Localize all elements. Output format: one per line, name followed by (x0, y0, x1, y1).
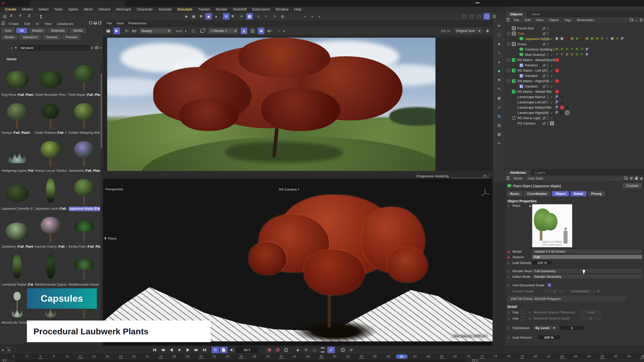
panel-menu-mode[interactable]: Mode (511, 176, 525, 180)
editor-render-dots-icon[interactable] (547, 101, 549, 104)
next-key-icon[interactable] (192, 347, 200, 353)
pixel-grid-icon[interactable] (190, 28, 196, 34)
redshift-material-icon[interactable] (560, 106, 564, 110)
asset-item[interactable]: Hedgehog Agave (Fall... (2, 139, 33, 176)
editor-render-dots-icon[interactable] (547, 53, 549, 57)
object-row[interactable]: −Tree (505, 31, 644, 36)
menu-volume[interactable]: Volume (96, 7, 113, 12)
object-row[interactable]: RS Camera (505, 121, 644, 126)
material-swatch-icon[interactable] (555, 53, 559, 57)
object-row[interactable]: Landscape Left Hill✓ (505, 100, 644, 105)
interactive-render-icon[interactable]: ■ (205, 13, 212, 20)
material-swatch-icon[interactable] (605, 37, 610, 41)
filter-icon[interactable] (630, 177, 633, 180)
asset-item[interactable]: Globe Robinia (Fall, Pl... (35, 101, 67, 138)
lock-z-icon[interactable]: ▪ (316, 13, 323, 20)
camera-label[interactable]: RS Camera ▾ (279, 187, 299, 191)
keyframe-settings-icon[interactable] (282, 347, 290, 353)
leaf-amount-key-icon[interactable]: ◇ (507, 336, 510, 339)
hamburger-icon[interactable] (506, 176, 510, 180)
material-swatch-icon[interactable] (600, 37, 605, 41)
timeline-ruler[interactable]: 2468101214161820222426283032343638404244… (0, 354, 644, 359)
material-swatch-icon[interactable] (575, 37, 580, 41)
attr-tab-coordinates[interactable]: Coordinates (524, 191, 550, 196)
filter-materials[interactable]: Materials (48, 28, 68, 33)
material-swatch-icon[interactable] (560, 47, 565, 52)
render-camera-select[interactable]: < Render >▾ (209, 28, 238, 33)
ab-menu-ai[interactable]: AI (33, 22, 41, 26)
use-min-key-icon[interactable]: ◇ (507, 311, 510, 314)
region-caret-icon[interactable]: ▾ (282, 28, 286, 34)
render-to-picture-viewer-icon[interactable]: ▣ (190, 13, 197, 20)
enabled-check-icon[interactable]: ✓ (550, 48, 553, 52)
tab-attributes[interactable]: Attributes (505, 170, 531, 175)
visibility-toggle-icon[interactable] (543, 122, 546, 125)
tab-objects[interactable]: Objects (505, 11, 527, 17)
sound-icon[interactable]: ) (228, 347, 236, 353)
menu-modes[interactable]: Modes (19, 7, 35, 12)
annotation-flag-icon[interactable] (586, 48, 589, 51)
object-label[interactable]: Random (525, 84, 538, 88)
simulate-icon[interactable]: ≋ (223, 13, 229, 20)
enabled-check-icon[interactable]: ✓ (550, 74, 553, 78)
lock-y-icon[interactable]: ▪ (309, 13, 315, 20)
use-max-key-icon[interactable]: ◇ (507, 317, 510, 320)
annotation-flag-icon[interactable] (555, 95, 559, 99)
document-tab[interactable] (30, 1, 125, 7)
crop-region-icon[interactable] (199, 28, 206, 34)
prev-key-icon[interactable] (159, 347, 167, 353)
back-icon[interactable]: ← (609, 177, 613, 180)
material-swatch-icon[interactable] (595, 37, 600, 41)
axis-x-button[interactable]: X (10, 14, 12, 18)
asset-item[interactable]: Mediterranean Cypres... (35, 253, 67, 290)
sky-object-icon[interactable]: ◍ (495, 112, 503, 120)
generator-tool-icon[interactable]: ◆ (495, 67, 503, 75)
asset-scrollbar[interactable] (101, 63, 102, 337)
lock-icon[interactable] (635, 176, 638, 180)
clear-search-icon[interactable]: ⊗ (91, 46, 94, 50)
object-row[interactable]: −RS Matrix - Right Hill✓ (505, 78, 644, 84)
asset-item[interactable]: Kanzan Cherry (Fall, Pl... (35, 215, 67, 252)
editor-render-dots-icon[interactable] (547, 58, 549, 62)
material-swatch-icon[interactable] (570, 53, 575, 57)
attr-tab-phong[interactable]: Phong (588, 191, 605, 196)
gear-icon[interactable]: ✱ (484, 28, 491, 34)
enabled-check-icon[interactable]: ✓ (550, 116, 553, 120)
menu-window[interactable]: Window (273, 7, 291, 12)
lock-x-icon[interactable]: ▪ (302, 13, 308, 20)
menu-mesh[interactable]: Mesh (81, 7, 95, 12)
material-swatch-icon[interactable] (615, 37, 620, 41)
enabled-check-icon[interactable]: ✓ (550, 37, 553, 41)
editor-render-dots-icon[interactable] (547, 122, 549, 125)
max-branch-field[interactable]: 3 (580, 316, 601, 321)
current-frame-marker[interactable]: 60 (396, 354, 408, 359)
object-row[interactable]: −RS Matrix - Left Hill✓ (505, 68, 644, 73)
annotation-flag-icon[interactable] (555, 106, 559, 109)
interface-icon[interactable]: ▥ (491, 13, 498, 20)
size-select[interactable]: Original Size▾ (454, 28, 482, 33)
object-label[interactable]: Landscape Main (517, 95, 542, 99)
visibility-toggle-icon[interactable] (543, 37, 546, 40)
asset-item[interactable]: Japanese Larch (Fall, Pl... (35, 177, 67, 214)
menu-tracker[interactable]: Tracker (195, 7, 213, 12)
editor-render-dots-icon[interactable] (547, 27, 549, 30)
object-row[interactable]: Japanese Maple✓ (505, 36, 644, 41)
enabled-check-icon[interactable]: ✓ (550, 69, 553, 73)
axis-mode-icon[interactable]: ✛ (238, 13, 245, 20)
lock-render-icon[interactable] (241, 28, 247, 34)
range-end-label[interactable]: 72 F (472, 359, 478, 362)
layout-model-icon[interactable]: ▢ (476, 13, 482, 20)
snap-icon[interactable]: ∪ (255, 13, 262, 20)
menu-help[interactable]: Help (292, 7, 304, 12)
workplane-icon[interactable]: ▦ (246, 13, 253, 20)
rectangle-select-icon[interactable]: ▢ (495, 31, 503, 38)
parameter-key-icon[interactable] (319, 347, 327, 353)
material-swatch-icon[interactable] (565, 37, 570, 41)
use-document-scale-key-icon[interactable]: ◇ (507, 284, 510, 287)
open-external-icon[interactable] (98, 21, 101, 25)
asset-item[interactable]: Kentia Palm (Fall, Plant) (68, 215, 100, 252)
generator-sphere-icon[interactable]: ● (495, 58, 503, 66)
custom-scale-unit-select[interactable]: Centimeters▾ (569, 289, 601, 293)
pen-tool-icon[interactable]: ✎ (495, 85, 503, 93)
object-label[interactable]: RS Matrix - Left Hill (517, 69, 547, 72)
